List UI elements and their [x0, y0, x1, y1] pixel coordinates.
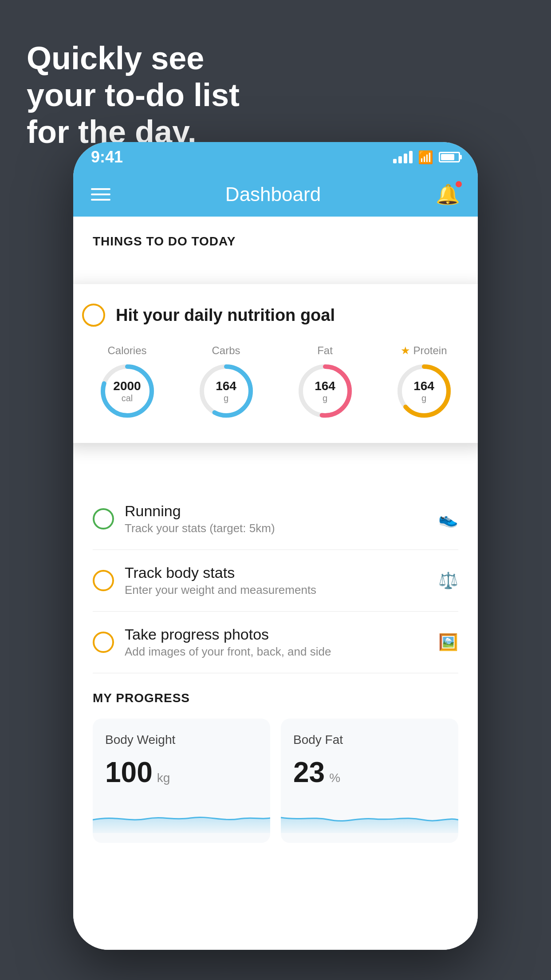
- fat-circle: 164 g: [296, 362, 354, 420]
- phone-mockup: 9:41 📶 Dashboard 🔔: [73, 142, 478, 950]
- status-time: 9:41: [91, 148, 123, 166]
- status-icons: 📶: [393, 150, 460, 165]
- body-weight-unit: kg: [157, 771, 170, 785]
- protein-label: Protein: [413, 344, 447, 357]
- todo-item-photos[interactable]: Take progress photos Add images of your …: [93, 612, 458, 673]
- progress-title: MY PROGRESS: [93, 691, 458, 705]
- nutrition-card: Hit your daily nutrition goal Calories 2: [73, 284, 478, 443]
- notification-badge: [456, 181, 462, 187]
- app-content: THINGS TO DO TODAY Hit your daily nutrit…: [73, 217, 478, 950]
- calories-label: Calories: [107, 344, 146, 357]
- calories-circle: 2000 cal: [98, 362, 156, 420]
- header-title: Dashboard: [225, 183, 321, 205]
- body-fat-value-row: 23 %: [293, 756, 446, 789]
- headline: Quickly see your to-do list for the day.: [27, 40, 240, 150]
- photo-icon: 🖼️: [438, 633, 458, 652]
- carbs-label: Carbs: [212, 344, 240, 357]
- todo-item-body-stats[interactable]: Track body stats Enter your weight and m…: [93, 550, 458, 612]
- body-fat-card: Body Fat 23 %: [281, 719, 458, 843]
- nutrition-protein: ★ Protein 164 g: [379, 344, 469, 420]
- body-weight-chart: [93, 798, 270, 833]
- todo-text-running: Running Track your stats (target: 5km): [125, 502, 428, 535]
- todo-list: Running Track your stats (target: 5km) 👟…: [73, 488, 478, 673]
- notifications-button[interactable]: 🔔: [436, 183, 460, 206]
- signal-icon: [393, 151, 413, 163]
- things-section-header: THINGS TO DO TODAY: [73, 217, 478, 257]
- wifi-icon: 📶: [418, 150, 433, 165]
- running-icon: 👟: [438, 510, 458, 528]
- body-weight-value: 100: [105, 756, 153, 789]
- body-weight-title: Body Weight: [105, 733, 258, 747]
- todo-text-body-stats: Track body stats Enter your weight and m…: [125, 564, 428, 597]
- body-fat-unit: %: [329, 771, 340, 785]
- nutrition-carbs: Carbs 164 g: [181, 344, 271, 420]
- body-weight-card: Body Weight 100 kg: [93, 719, 270, 843]
- progress-cards: Body Weight 100 kg: [93, 719, 458, 843]
- todo-text-photos: Take progress photos Add images of your …: [125, 626, 428, 659]
- body-weight-value-row: 100 kg: [105, 756, 258, 789]
- card-title-row: Hit your daily nutrition goal: [82, 304, 469, 327]
- status-bar: 9:41 📶: [73, 142, 478, 172]
- todo-status-photos: [93, 632, 114, 653]
- nutrition-fat: Fat 164 g: [280, 344, 370, 420]
- body-fat-title: Body Fat: [293, 733, 446, 747]
- progress-section: MY PROGRESS Body Weight 100 kg: [73, 673, 478, 843]
- app-header: Dashboard 🔔: [73, 172, 478, 217]
- body-fat-chart: [281, 798, 458, 833]
- nutrition-calories: Calories 2000 cal: [82, 344, 172, 420]
- star-icon: ★: [401, 344, 410, 357]
- scale-icon: ⚖️: [438, 571, 458, 590]
- todo-item-running[interactable]: Running Track your stats (target: 5km) 👟: [93, 488, 458, 550]
- todo-status-running: [93, 508, 114, 530]
- todo-status-body-stats: [93, 570, 114, 591]
- todo-circle-nutrition: [82, 304, 105, 327]
- menu-button[interactable]: [91, 188, 110, 201]
- battery-icon: [439, 152, 460, 162]
- nutrition-row: Calories 2000 cal: [82, 344, 469, 420]
- nutrition-card-title: Hit your daily nutrition goal: [116, 306, 335, 325]
- fat-label: Fat: [317, 344, 333, 357]
- carbs-circle: 164 g: [197, 362, 255, 420]
- protein-circle: 164 g: [395, 362, 453, 420]
- body-fat-value: 23: [293, 756, 325, 789]
